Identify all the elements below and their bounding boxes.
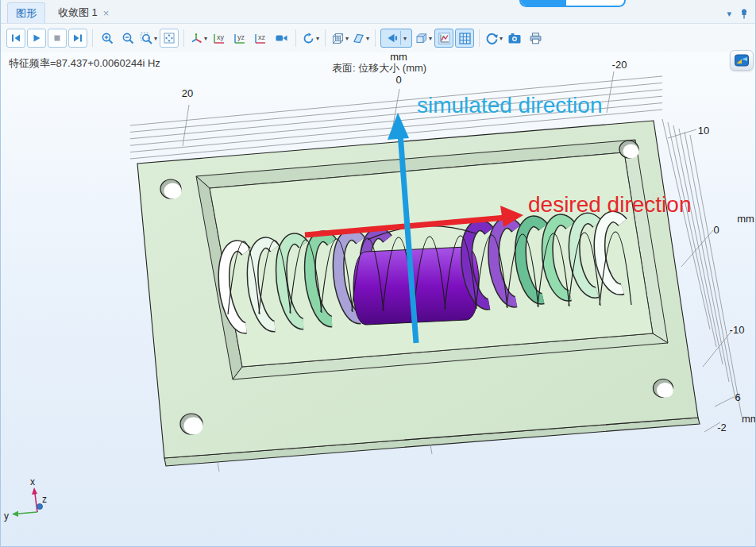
toggle-fill [521,0,566,6]
button-divider [400,31,401,45]
wireframe-cube-icon [331,32,345,45]
play-button[interactable] [27,29,46,48]
y-tick-0: 0 [713,224,719,236]
stop-button[interactable] [48,29,67,48]
face-icon [352,32,365,45]
eigenfrequency-readout: 特征频率=87.437+0.0060244i Hz [9,56,160,71]
simulated-direction-label: simulated direction [417,93,602,117]
rotate-button[interactable]: ▾ [301,29,320,48]
close-icon[interactable]: × [103,7,110,19]
svg-text:xy: xy [217,33,225,41]
view-xz-button[interactable]: xz [251,29,270,48]
tab-convergence-label: 收敛图 1 [58,6,98,20]
scene-light-button[interactable]: ▾ [380,29,412,48]
tab-bar: 图形 收敛图 1 × ▾ [1,0,755,24]
show-axes-button[interactable] [434,29,453,48]
rotate-icon [302,32,315,45]
zoom-out-button[interactable] [118,29,137,48]
zoom-box-button[interactable]: ▾ [139,29,158,48]
step-backward-button[interactable] [6,29,25,48]
x-tick-0: 0 [395,74,401,86]
plot-3d-scene: simulated direction desired direction mm… [1,52,756,546]
zoom-box-caret[interactable]: ▾ [154,35,157,42]
z-tick-m2: -2 [717,422,727,433]
transparency-cube-icon [415,32,428,45]
surface-legend: 表面: 位移大小 (mm) [332,61,426,75]
default-view-icon [190,32,203,45]
face-button[interactable]: ▾ [351,29,370,48]
y-tick-m10: -10 [730,324,745,336]
overlapping-toggle-button[interactable] [519,0,626,7]
transparency-button[interactable]: ▾ [414,29,433,48]
print-button[interactable] [526,29,545,48]
zoom-box-icon [140,32,153,45]
xz-view-icon: xz [253,32,268,45]
zoom-in-button[interactable] [98,29,117,48]
rotate-caret[interactable]: ▾ [316,35,319,42]
orientation-triad: x z y [4,476,47,522]
play-icon [30,32,43,44]
view-yz-button[interactable]: yz [230,29,249,48]
z-axis-unit: mm [742,413,756,425]
graphics-toolbar: ▾ ▾ xy [1,24,755,52]
step-forward-button[interactable] [68,29,87,48]
plot-canvas[interactable]: simulated direction desired direction mm… [1,52,756,546]
projection-camera-icon [275,32,288,44]
z-tick-6: 6 [735,391,740,403]
y-tick-10: 10 [698,125,709,137]
y-axis-unit: mm [737,213,754,225]
zoom-in-icon [101,32,114,45]
show-grid-button[interactable] [455,29,474,48]
zoom-out-icon [122,32,135,45]
step-forward-icon [71,32,84,44]
default-view-caret[interactable]: ▾ [204,35,207,42]
scene-caret[interactable]: ▾ [345,35,349,42]
show-axes-icon [438,32,451,45]
zoom-extents-button[interactable] [160,29,179,48]
scene-light-icon [386,32,399,44]
yz-view-icon: yz [233,32,247,45]
screenshot-button[interactable] [505,29,524,48]
pin-icon[interactable] [739,8,749,19]
stop-icon [51,32,64,44]
step-backward-icon [10,32,22,44]
svg-text:yz: yz [237,33,245,41]
x-tick-m20: -20 [612,59,627,71]
tab-graphics[interactable]: 图形 [7,2,45,23]
print-icon [529,32,542,45]
scene-light-caret[interactable]: ▾ [403,35,407,42]
tab-convergence-plot[interactable]: 收敛图 1 × [50,2,117,23]
x-tick-20: 20 [182,87,193,99]
chevron-down-icon[interactable]: ▾ [727,9,731,19]
zoom-extents-icon [163,32,176,44]
face-caret[interactable]: ▾ [366,35,369,42]
show-grid-icon [458,32,472,45]
triad-z-label: z [42,494,47,505]
tab-graphics-label: 图形 [16,6,37,21]
scene-button[interactable]: ▾ [330,29,349,48]
comsol-logo-icon [734,53,750,67]
update-plot-icon [485,32,499,45]
transparency-caret[interactable]: ▾ [429,35,432,42]
update-plot-caret[interactable]: ▾ [499,35,503,42]
triad-x-label: x [30,476,35,487]
triad-y-label: y [4,510,9,522]
screenshot-icon [507,32,522,44]
svg-text:xz: xz [258,33,266,41]
xy-view-icon: xy [212,32,226,45]
projection-camera-button[interactable] [272,29,291,48]
comsol-logo-button[interactable] [730,50,754,71]
graphics-window: 图形 收敛图 1 × ▾ [0,0,756,547]
update-plot-button[interactable]: ▾ [484,29,503,48]
view-xy-button[interactable]: xy [210,29,229,48]
desired-direction-label: desired direction [528,192,691,217]
default-view-button[interactable]: ▾ [189,29,208,48]
